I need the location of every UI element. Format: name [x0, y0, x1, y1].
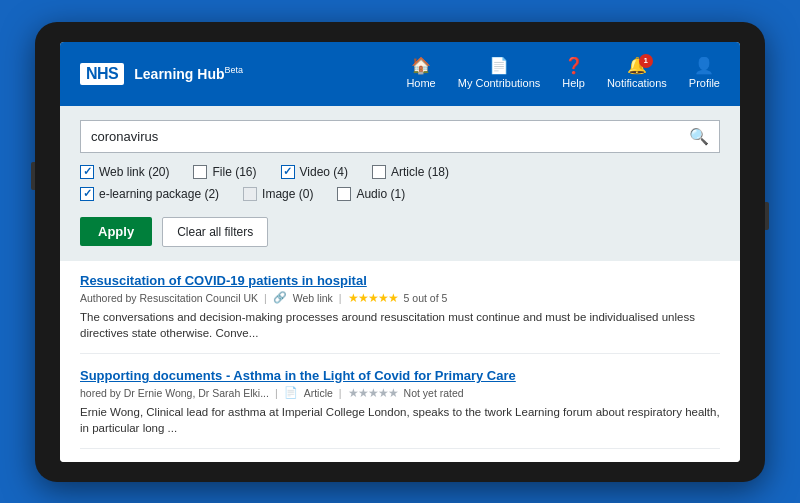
- filter-article-label: Article (18): [391, 165, 449, 179]
- apply-button[interactable]: Apply: [80, 217, 152, 246]
- filter-elearning[interactable]: e-learning package (2): [80, 187, 219, 201]
- stars-empty: ★★★★★: [348, 386, 398, 400]
- filter-audio[interactable]: Audio (1): [337, 187, 405, 201]
- meta-divider: |: [275, 387, 278, 399]
- link-icon: 🔗: [273, 291, 287, 304]
- nhs-logo-area: NHS Learning HubBeta: [80, 63, 243, 85]
- document-icon: 📄: [284, 386, 298, 399]
- checkbox-web-link[interactable]: [80, 165, 94, 179]
- filter-article[interactable]: Article (18): [372, 165, 449, 179]
- nav-profile-label: Profile: [689, 77, 720, 89]
- rating-label: Not yet rated: [404, 387, 464, 399]
- nav-notifications-label: Notifications: [607, 77, 667, 89]
- nav-notifications[interactable]: 🔔 1 Notifications: [607, 58, 667, 89]
- results-area: Resuscitation of COVID-19 patients in ho…: [60, 261, 740, 462]
- stars-filled: ★★★★★: [348, 291, 398, 305]
- filter-video-label: Video (4): [300, 165, 348, 179]
- filter-file[interactable]: File (16): [193, 165, 256, 179]
- profile-icon: 👤: [694, 58, 714, 74]
- meta-divider: |: [264, 292, 267, 304]
- tablet-button-left: [31, 162, 35, 190]
- result-description: Ernie Wong, Clinical lead for asthma at …: [80, 404, 720, 436]
- notification-icon: 🔔 1: [627, 58, 647, 74]
- clear-filters-button[interactable]: Clear all filters: [162, 217, 268, 247]
- site-title-area: Learning HubBeta: [134, 65, 243, 83]
- nav-home[interactable]: 🏠 Home: [406, 58, 435, 89]
- result-type: Article: [304, 387, 333, 399]
- filter-row-2: e-learning package (2) Image (0) Audio (…: [80, 187, 720, 201]
- filter-elearning-label: e-learning package (2): [99, 187, 219, 201]
- nhs-logo-box: NHS: [80, 63, 124, 85]
- filter-image[interactable]: Image (0): [243, 187, 313, 201]
- nav-contributions-label: My Contributions: [458, 77, 541, 89]
- checkbox-file[interactable]: [193, 165, 207, 179]
- filter-web-link[interactable]: Web link (20): [80, 165, 169, 179]
- checkbox-elearning[interactable]: [80, 187, 94, 201]
- filter-image-label: Image (0): [262, 187, 313, 201]
- main-nav: 🏠 Home 📄 My Contributions ❓ Help 🔔 1: [406, 58, 720, 89]
- filter-audio-label: Audio (1): [356, 187, 405, 201]
- search-button[interactable]: 🔍: [689, 127, 709, 146]
- nav-help[interactable]: ❓ Help: [562, 58, 585, 89]
- home-icon: 🏠: [411, 58, 431, 74]
- filter-web-link-label: Web link (20): [99, 165, 169, 179]
- result-author: hored by Dr Ernie Wong, Dr Sarah Elki...: [80, 387, 269, 399]
- checkbox-image[interactable]: [243, 187, 257, 201]
- nav-profile[interactable]: 👤 Profile: [689, 58, 720, 89]
- filter-file-label: File (16): [212, 165, 256, 179]
- result-type: Web link: [293, 292, 333, 304]
- filter-row-1: Web link (20) File (16) Video (4) Articl…: [80, 165, 720, 179]
- result-description: The conversations and decision-making pr…: [80, 309, 720, 341]
- filter-actions: Apply Clear all filters: [80, 209, 720, 251]
- checkbox-audio[interactable]: [337, 187, 351, 201]
- result-item: Supporting documents - Asthma in the Lig…: [80, 368, 720, 449]
- nav-home-label: Home: [406, 77, 435, 89]
- tablet-button-right: [765, 202, 769, 230]
- checkbox-article[interactable]: [372, 165, 386, 179]
- search-box: 🔍: [80, 120, 720, 153]
- nhs-logo-text: NHS: [86, 65, 118, 82]
- tablet-screen: NHS Learning HubBeta 🏠 Home 📄 My Contrib…: [60, 42, 740, 462]
- contributions-icon: 📄: [489, 58, 509, 74]
- filter-video[interactable]: Video (4): [281, 165, 348, 179]
- nav-help-label: Help: [562, 77, 585, 89]
- result-item: Resuscitation of COVID-19 patients in ho…: [80, 273, 720, 354]
- result-meta: hored by Dr Ernie Wong, Dr Sarah Elki...…: [80, 386, 720, 400]
- checkbox-video[interactable]: [281, 165, 295, 179]
- rating-label: 5 out of 5: [404, 292, 448, 304]
- meta-divider-2: |: [339, 387, 342, 399]
- search-filter-area: 🔍 Web link (20) File (16) Video (4): [60, 106, 740, 261]
- nav-contributions[interactable]: 📄 My Contributions: [458, 58, 541, 89]
- site-title: Learning HubBeta: [134, 66, 243, 82]
- meta-divider-2: |: [339, 292, 342, 304]
- result-title[interactable]: Supporting documents - Asthma in the Lig…: [80, 368, 720, 383]
- notification-badge: 1: [639, 54, 653, 68]
- result-title[interactable]: Resuscitation of COVID-19 patients in ho…: [80, 273, 720, 288]
- nhs-header: NHS Learning HubBeta 🏠 Home 📄 My Contrib…: [60, 42, 740, 106]
- help-icon: ❓: [564, 58, 584, 74]
- tablet-frame: NHS Learning HubBeta 🏠 Home 📄 My Contrib…: [35, 22, 765, 482]
- search-input[interactable]: [91, 129, 689, 144]
- result-author: Authored by Resuscitation Council UK: [80, 292, 258, 304]
- result-meta: Authored by Resuscitation Council UK | 🔗…: [80, 291, 720, 305]
